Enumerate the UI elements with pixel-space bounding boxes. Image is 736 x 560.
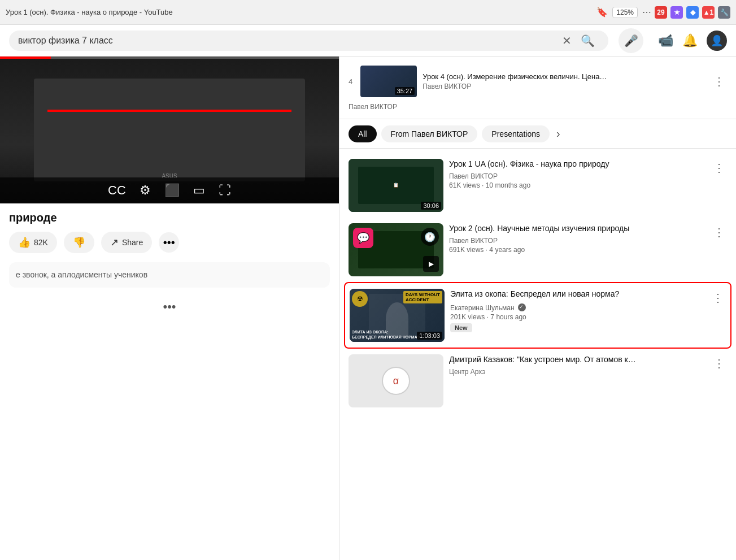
item-info-4: Урок 4 (осн). Измерение физических велич… [423, 72, 705, 91]
video-list-item-1[interactable]: 📋 30:06 Урок 1 UA (осн). Фізика - наука … [339, 153, 736, 218]
vl-meta-2: 691K views · 4 years ago [449, 246, 705, 254]
mic-button[interactable]: 🎤 [619, 28, 643, 53]
thumb-3: ☢ DAYS WITHOUTACCIDENT ЭЛИТА ИЗ ОКОПА:БЕ… [350, 289, 445, 342]
channel-name-prev: Павел ВИКТОР [349, 101, 727, 113]
like-count: 82K [34, 238, 48, 247]
vl-more-2[interactable]: ⋮ [711, 223, 727, 241]
video-list: 📋 30:06 Урок 1 UA (осн). Фізика - наука … [339, 149, 736, 560]
browser-bar: Урок 1 (осн). Физика - наука о природе -… [0, 0, 736, 25]
verified-badge-3 [518, 303, 526, 311]
playlist-header: 4 35:27 Урок 4 (осн). Измерение физическ… [339, 57, 736, 119]
right-panel: 4 35:27 Урок 4 (осн). Измерение физическ… [339, 57, 736, 560]
video-info: природе 👍 82K 👎 ↗ Share ••• е звоно [0, 203, 339, 324]
add-video-button[interactable]: 📹 [658, 33, 673, 48]
filter-next-icon[interactable]: › [554, 125, 563, 142]
left-panel: ASUS CC ⚙ ⬛ ▭ ⛶ природе 👍 82K 👎 [0, 57, 339, 560]
video-list-item-3[interactable]: ☢ DAYS WITHOUTACCIDENT ЭЛИТА ИЗ ОКОПА:БЕ… [344, 282, 731, 349]
video-list-item-4[interactable]: α Дмитрий Казаков: "Как устроен мир. От … [339, 349, 736, 413]
ext-red-1[interactable]: ▲1 [702, 6, 715, 19]
thumb-duration-1: 30:06 [421, 202, 441, 210]
like-button[interactable]: 👍 82K [9, 232, 57, 253]
header-actions: 📹 🔔 👤 [658, 31, 727, 51]
vl-title-4: Дмитрий Казаков: "Как устроен мир. От ат… [449, 354, 705, 366]
play-overlay: ▶ [423, 256, 439, 272]
description-text: е звонок, а аплодисменты учеников [16, 269, 323, 281]
browser-title: Урок 1 (осн). Физика - наука о природе -… [6, 8, 592, 16]
notifications-button[interactable]: 🔔 [682, 33, 698, 48]
quote-overlay-icon: 💬 [353, 228, 373, 248]
vl-info-3: Элита из окопа: Беспредел или новая норм… [450, 289, 704, 332]
ext-tampermonkey[interactable]: 29 [655, 6, 667, 19]
description-area: е звонок, а аплодисменты учеников [9, 262, 330, 288]
browser-extension-icons: ⋯ 29 ★ ◆ ▲1 🔧 [642, 6, 730, 19]
thumb-item-4: 35:27 [360, 66, 417, 97]
thumbs-up-icon: 👍 [18, 236, 31, 249]
zoom-level[interactable]: 125% [612, 7, 638, 18]
vl-meta-3: 201K views · 7 hours ago [450, 313, 704, 321]
thumb-duration-4: 35:27 [395, 87, 415, 95]
video-controls: CC ⚙ ⬛ ▭ ⛶ [0, 177, 339, 203]
vl-channel-2: Павел ВИКТОР [449, 237, 705, 245]
item-number: 4 [349, 77, 352, 86]
vl-channel-1: Павел ВИКТОР [449, 172, 705, 180]
vl-info-4: Дмитрий Казаков: "Как устроен мир. От ат… [449, 354, 705, 377]
new-badge: New [450, 323, 472, 332]
miniplayer-button[interactable]: ⬛ [164, 183, 180, 198]
bookmark-icon[interactable]: 🔖 [596, 7, 608, 18]
vl-more-3[interactable]: ⋮ [710, 289, 726, 307]
video-player[interactable]: ASUS CC ⚙ ⬛ ▭ ⛶ [0, 57, 339, 203]
thumb-2: 💬 🕐 ▶ [349, 223, 443, 276]
fullscreen-button[interactable]: ⛶ [219, 183, 231, 198]
video-list-item-2[interactable]: 💬 🕐 ▶ Урок 2 (осн). Научные методы изуче… [339, 218, 736, 282]
search-input-area[interactable]: виктор физика 7 класс ✕ 🔍 [9, 31, 608, 51]
vl-more-4[interactable]: ⋮ [711, 354, 727, 372]
thumb-4: α [349, 354, 443, 407]
ext-blue[interactable]: ◆ [686, 6, 699, 19]
item-channel-4: Павел ВИКТОР [423, 83, 705, 90]
item-more-4[interactable]: ⋮ [711, 72, 727, 90]
thumb-1: 📋 30:06 [349, 159, 443, 212]
ext-gray[interactable]: 🔧 [718, 6, 730, 19]
search-bar: виктор физика 7 класс ✕ 🔍 🎤 📹 🔔 👤 [0, 25, 736, 57]
filter-all[interactable]: All [349, 125, 377, 142]
ext-icon-1[interactable]: ⋯ [642, 7, 651, 18]
video-actions: 👍 82K 👎 ↗ Share ••• [9, 232, 330, 253]
cc-button[interactable]: CC [108, 183, 126, 198]
user-avatar[interactable]: 👤 [707, 31, 727, 51]
settings-button[interactable]: ⚙ [140, 183, 151, 198]
clear-search-icon[interactable]: ✕ [562, 34, 572, 47]
vl-channel-3: Екатерина Шульман [450, 302, 704, 312]
more-icon: ••• [163, 236, 175, 249]
float-more-button[interactable]: ••• [159, 297, 180, 317]
vl-meta-1: 61K views · 10 months ago [449, 181, 705, 189]
share-button[interactable]: ↗ Share [101, 232, 152, 253]
thumbs-down-icon: 👎 [73, 236, 85, 249]
filter-chips: All From Павел ВИКТОР Presentations › [339, 119, 736, 149]
vl-title-1: Урок 1 UA (осн). Фізика - наука про прир… [449, 159, 705, 170]
progress-bar[interactable] [0, 57, 339, 59]
filter-from-channel[interactable]: From Павел ВИКТОР [381, 125, 478, 142]
main-content: ASUS CC ⚙ ⬛ ▭ ⛶ природе 👍 82K 👎 [0, 57, 736, 560]
vl-channel-4: Центр Архэ [449, 368, 705, 376]
vl-title-3: Элита из окопа: Беспредел или новая норм… [450, 289, 704, 300]
theater-button[interactable]: ▭ [193, 183, 205, 198]
share-icon: ↗ [110, 236, 119, 249]
more-actions-button[interactable]: ••• [159, 232, 179, 253]
playlist-item-4[interactable]: 4 35:27 Урок 4 (осн). Измерение физическ… [349, 62, 727, 101]
progress-fill [0, 57, 51, 59]
item-title-4: Урок 4 (осн). Измерение физических велич… [423, 72, 705, 82]
history-overlay-icon: 🕐 [421, 228, 439, 246]
vl-info-1: Урок 1 UA (осн). Фізика - наука про прир… [449, 159, 705, 189]
search-query: виктор физика 7 класс [18, 36, 558, 46]
ext-purple[interactable]: ★ [670, 6, 683, 19]
search-submit-icon[interactable]: 🔍 [576, 34, 599, 47]
share-label: Share [122, 238, 143, 247]
filter-presentations[interactable]: Presentations [482, 125, 550, 142]
dislike-button[interactable]: 👎 [64, 232, 94, 253]
vl-info-2: Урок 2 (осн). Научные методы изучения пр… [449, 223, 705, 254]
thumb-duration-3: 1:03:03 [417, 332, 442, 340]
vl-more-1[interactable]: ⋮ [711, 159, 727, 177]
video-title: природе [9, 210, 330, 225]
vl-title-2: Урок 2 (осн). Научные методы изучения пр… [449, 223, 705, 235]
